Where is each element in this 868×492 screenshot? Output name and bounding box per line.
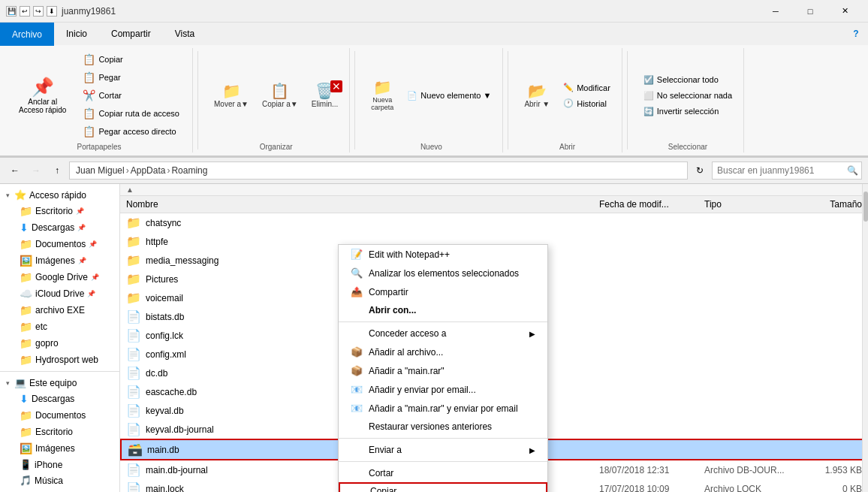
title-bar: 💾 ↩ ↪ ⬇ juanmy19861 ─ □ ✕ (0, 0, 868, 23)
ctx-enviar-a[interactable]: Enviar a ▶ (339, 441, 547, 459)
seleccionar-todo-button[interactable]: ☑️ Seleccionar todo (638, 73, 737, 87)
ribbon-help-button[interactable]: ? (847, 25, 865, 43)
sidebar-item-imagenes-pc[interactable]: 🖼️ Imágenes (0, 440, 119, 457)
group-seleccionar: ☑️ Seleccionar todo ⬜ No seleccionar nad… (632, 48, 744, 152)
sidebar-item-icloud-drive[interactable]: ☁️ iCloud Drive 📌 (0, 285, 119, 302)
sidebar-item-google-drive[interactable]: 📁 Google Drive 📌 (0, 269, 119, 285)
ctx-copiar[interactable]: Copiar (339, 482, 547, 492)
sidebar-expand-pc[interactable]: ▾ 💻 Este equipo (0, 375, 119, 391)
ribbon: Archivo Inicio Compartir Vista ? 📌 Ancla… (0, 23, 868, 158)
sidebar-item-etc[interactable]: 📁 etc (0, 318, 119, 335)
maximize-button[interactable]: □ (793, 0, 827, 23)
anclar-button[interactable]: 📌 Anclar alAcceso rápido (12, 73, 73, 118)
historial-button[interactable]: 🕐 Historial (558, 96, 616, 110)
mover-button[interactable]: 📁 Mover a▼ (209, 80, 254, 112)
submenu-arrow-2: ▶ (529, 446, 535, 454)
sidebar-item-archivo-exe[interactable]: 📁 archivo EXE (0, 302, 119, 318)
invertir-seleccion-button[interactable]: 🔄 Invertir selección (638, 104, 737, 119)
title-bar-icons: 💾 ↩ ↪ ⬇ (6, 6, 57, 17)
main-area: ▾ ⭐ Acceso rápido 📁 Escritorio 📌 ⬇ Desca… (0, 184, 868, 492)
group-portapapeles: 📌 Anclar alAcceso rápido 📋 Copiar 📋 Pega… (6, 48, 193, 152)
ctx-sep-3 (339, 461, 547, 462)
copiar-ruta-button[interactable]: 📋 Copiar ruta de acceso (77, 105, 185, 122)
ctx-conceder-acceso[interactable]: Conceder acceso a ▶ (339, 324, 547, 343)
path-part-2: AppData (131, 165, 166, 176)
sidebar-item-hydrosport[interactable]: 📁 Hydrosport web (0, 352, 119, 368)
properties-icon[interactable]: ⬇ (47, 6, 57, 17)
sidebar-expand-quick[interactable]: ▾ ⭐ Acceso rápido (0, 187, 119, 203)
ctx-sep-1 (339, 321, 547, 322)
path-part-1: Juan Miguel (76, 165, 125, 176)
ctx-edit-notepad[interactable]: 📝 Edit with Notepad++ (339, 245, 547, 264)
search-button[interactable]: 🔍 (843, 162, 861, 179)
ctx-restaurar[interactable]: Restaurar versiones anteriores (339, 418, 547, 436)
pegar-acceso-button[interactable]: 📋 Pegar acceso directo (77, 123, 185, 140)
copiar-button[interactable]: 📋 Copiar (77, 51, 185, 68)
tab-compartir[interactable]: Compartir (99, 23, 163, 45)
back-button[interactable]: ← (6, 161, 24, 180)
tab-vista[interactable]: Vista (163, 23, 206, 45)
abrir-button[interactable]: 📂 Abrir ▼ (519, 80, 555, 112)
nueva-carpeta-button[interactable]: 📁 Nuevacarpeta (366, 76, 399, 115)
sidebar-item-objetos3d[interactable]: 📁 Objetos 3D (0, 488, 119, 492)
group-portapapeles-items: 📌 Anclar alAcceso rápido 📋 Copiar 📋 Pega… (12, 50, 186, 141)
pegar-button[interactable]: 📋 Pegar (77, 69, 185, 86)
col-size[interactable]: Tamaño (802, 199, 862, 210)
ctx-add-rar-email[interactable]: 📧 Añadir a "main.rar" y enviar por email (339, 399, 547, 418)
sidebar-item-iphone[interactable]: 📱 iPhone (0, 457, 119, 472)
close-button[interactable]: ✕ (827, 0, 862, 23)
redo-icon[interactable]: ↪ (33, 6, 44, 17)
scrollbar-thumb[interactable] (863, 192, 868, 222)
group-seleccionar-items: ☑️ Seleccionar todo ⬜ No seleccionar nad… (638, 50, 737, 141)
col-type[interactable]: Tipo (704, 199, 802, 210)
window-title: juanmy19861 (62, 6, 116, 17)
up-button[interactable]: ↑ (48, 161, 66, 180)
undo-icon[interactable]: ↩ (20, 6, 30, 17)
rar-icon: 📦 (351, 365, 363, 376)
rar-email-icon: 📧 (351, 403, 363, 414)
sidebar-item-descargas-pc[interactable]: ⬇ Descargas (0, 391, 119, 407)
group-abrir-items: 📂 Abrir ▼ ✏️ Modificar 🕐 Historial (519, 50, 615, 141)
nuevo-elemento-button[interactable]: 📄 Nuevo elemento ▼ (402, 89, 496, 103)
ctx-compartir[interactable]: 📤 Compartir (339, 282, 547, 301)
table-row[interactable]: 📁 chatsync (120, 213, 868, 232)
sidebar-item-documentos-pc[interactable]: 📁 Documentos (0, 407, 119, 424)
notepad-icon: 📝 (351, 249, 363, 260)
copiar-a-button[interactable]: 📋 Copiar a▼ (257, 80, 303, 112)
address-path[interactable]: Juan Miguel › AppData › Roaming (69, 161, 688, 180)
sidebar-item-escritorio[interactable]: 📁 Escritorio 📌 (0, 203, 119, 219)
no-seleccionar-button[interactable]: ⬜ No seleccionar nada (638, 89, 737, 103)
sidebar-item-musica[interactable]: 🎵 Música (0, 472, 119, 488)
sidebar-item-imagenes[interactable]: 🖼️ Imágenes 📌 (0, 252, 119, 269)
group-organizar-items: 📁 Mover a▼ 📋 Copiar a▼ 🗑️ ✕ Elimin... (209, 50, 343, 141)
ctx-add-main-rar[interactable]: 📦 Añadir a "main.rar" (339, 361, 547, 380)
modificar-button[interactable]: ✏️ Modificar (558, 80, 616, 95)
minimize-button[interactable]: ─ (758, 0, 793, 23)
sidebar-item-escritorio-pc[interactable]: 📁 Escritorio (0, 424, 119, 440)
search-input[interactable] (713, 165, 843, 176)
path-part-3: Roaming (171, 165, 207, 176)
ctx-analyze[interactable]: 🔍 Analizar los elementos seleccionados (339, 264, 547, 282)
sidebar-item-gopro[interactable]: 📁 gopro (0, 335, 119, 352)
eliminar-button[interactable]: 🗑️ ✕ Elimin... (306, 80, 344, 112)
refresh-button[interactable]: ↻ (691, 161, 709, 180)
abrir-label: Abrir (559, 143, 575, 151)
sidebar-item-documentos[interactable]: 📁 Documentos 📌 (0, 236, 119, 252)
scrollbar[interactable] (862, 184, 868, 492)
sidebar-item-descargas[interactable]: ⬇ Descargas 📌 (0, 219, 119, 236)
ctx-add-archive[interactable]: 📦 Añadir al archivo... (339, 343, 547, 361)
window-controls: ─ □ ✕ (758, 0, 862, 23)
forward-button[interactable]: → (27, 161, 45, 180)
col-date[interactable]: Fecha de modif... (599, 199, 704, 210)
cortar-button[interactable]: ✂️ Cortar (77, 87, 185, 104)
tab-archivo[interactable]: Archivo (0, 23, 54, 46)
nuevo-label: Nuevo (420, 143, 442, 151)
ctx-add-email[interactable]: 📧 Añadir y enviar por email... (339, 380, 547, 399)
tab-inicio[interactable]: Inicio (54, 23, 99, 45)
group-nuevo: 📁 Nuevacarpeta 📄 Nuevo elemento ▼ Nuevo (360, 48, 503, 152)
col-name[interactable]: Nombre (126, 199, 599, 210)
group-abrir: 📂 Abrir ▼ ✏️ Modificar 🕐 Historial Abrir (513, 48, 622, 152)
ctx-cortar[interactable]: Cortar (339, 464, 547, 482)
ctx-abrir-con[interactable]: Abrir con... (339, 301, 547, 319)
address-bar: ← → ↑ Juan Miguel › AppData › Roaming ↻ … (0, 158, 868, 184)
